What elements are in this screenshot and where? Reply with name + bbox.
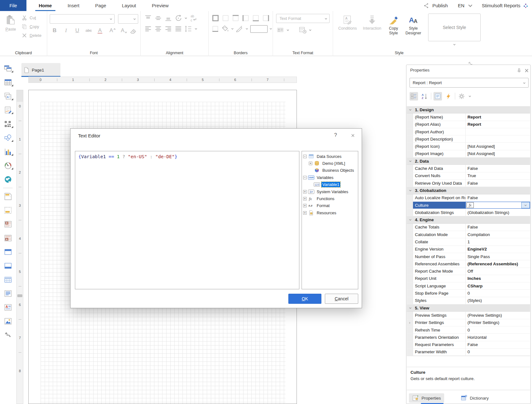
interaction-button[interactable]: Interaction [359,14,385,31]
font-size-combobox[interactable] [118,14,138,24]
justify-icon[interactable] [174,25,183,33]
page-tab[interactable]: Page1 [21,63,60,77]
expand-icon[interactable]: + [303,197,307,200]
paste-button[interactable]: Paste [3,14,18,38]
property-report-author[interactable]: (Report Author) [407,128,530,136]
copy-button[interactable]: Copy [21,24,42,30]
chevron-down-icon[interactable] [453,43,456,46]
format-condition-icon[interactable] [276,26,285,34]
report-summary-band-tool[interactable]: A [2,234,14,242]
expand-icon[interactable]: + [309,162,312,165]
property-request-parameters[interactable]: Request ParametersFalse [407,341,530,349]
font-color-button[interactable]: A [95,26,105,35]
close-button[interactable] [349,132,356,139]
page-header-band-tool[interactable] [2,193,14,200]
expand-icon[interactable]: + [303,211,307,215]
vertical-ruler[interactable]: 012345678 [16,90,23,404]
format-datetime-icon[interactable] [298,26,307,34]
property-convert-nulls[interactable]: Convert NullsTrue [407,172,530,180]
property-report-description[interactable]: (Report Description) [407,136,530,143]
section-5-view[interactable]: 5. View [407,304,530,312]
property-cache-totals[interactable]: Cache TotalsFalse [407,224,530,231]
panel-tab-dictionary[interactable]: Dictionary [457,393,492,403]
chevron-down-icon[interactable] [269,27,273,31]
property-value[interactable]: fx [466,202,530,209]
cut-button[interactable]: Cut [21,15,42,21]
property-auto-localize-report-on-run[interactable]: Auto Localize Report on RunFalse [407,194,530,202]
property-culture[interactable]: Culturefx [407,202,530,209]
border-all-icon[interactable] [211,14,220,22]
section-1-design[interactable]: 1. Design [407,106,530,113]
clear-format-icon[interactable] [129,26,138,35]
property-report-name[interactable]: (Report Name)Report [407,113,530,121]
data-band-tool[interactable] [2,276,14,284]
property-list-button[interactable] [433,92,442,101]
header-band-tool[interactable] [2,248,14,256]
chevron-down-icon[interactable] [467,3,473,9]
tree-item-variables[interactable]: −VARVariables [302,174,358,181]
expression-editor[interactable]: {Variable1 == 1 ? "en-US" : "de-DE"} [75,151,299,289]
section-2-data[interactable]: 2. Data [407,158,530,165]
bold-button[interactable]: B [50,26,59,35]
report-title-band-tool[interactable]: A [2,220,14,228]
border-left-icon[interactable] [241,14,250,22]
copy-style-button[interactable]: Copy Style [385,14,402,36]
help-button[interactable]: ? [332,132,339,138]
property-parameters-orientation[interactable]: Parameters OrientationHorizontal [407,334,530,341]
grow-font-button[interactable]: A [106,26,116,35]
ruler-handle[interactable] [17,294,22,297]
image-band-tool[interactable] [2,317,14,325]
rotate-text-icon[interactable] [174,14,183,22]
property-refresh-time[interactable]: Refresh Time0 [407,326,530,334]
footer-band-tool[interactable] [2,262,14,270]
events-button[interactable] [444,92,453,101]
property-parameter-width[interactable]: Parameter Width0 [407,349,530,356]
property-number-of-pass[interactable]: Number of PassSingle Pass [407,253,530,260]
property-engine-version[interactable]: Engine VersionEngineV2 [407,246,530,253]
property-referenced-assemblies[interactable]: Referenced Assemblies(Referenced Assembl… [407,260,530,268]
text-format-combobox[interactable]: Text Format [276,14,330,23]
chevron-down-icon[interactable] [231,27,234,31]
pin-icon[interactable] [517,68,522,73]
underline-button[interactable]: U [72,26,82,35]
property-report-icon[interactable]: (Report Icon)[Not Assigned] [407,143,530,150]
tools-tool[interactable] [2,331,14,339]
share-icon[interactable] [423,3,429,9]
align-bottom-icon[interactable] [164,14,173,22]
file-menu-button[interactable]: File [0,0,26,11]
shrink-font-button[interactable]: A [118,26,127,35]
publish-button[interactable]: Publish [432,3,448,8]
border-right-icon[interactable] [262,14,270,22]
collapse-icon[interactable]: − [303,155,307,158]
chevron-down-icon[interactable] [286,28,290,32]
chart-tool[interactable] [2,148,14,156]
text-tool[interactable]: A [2,92,14,100]
border-style-selector[interactable] [250,25,268,33]
settings-button[interactable] [457,92,466,101]
align-center-icon[interactable] [154,25,162,33]
delete-button[interactable]: Delete [21,32,42,38]
sort-alphabetical-button[interactable]: AZ [420,92,429,101]
property-report-unit[interactable]: Report UnitInches [407,275,530,282]
categorized-view-button[interactable] [410,92,418,101]
property-globalization-strings[interactable]: Globalization Strings(Globalization Stri… [407,209,530,216]
property-styles[interactable]: Styles(Styles) [407,297,530,304]
strikethrough-button[interactable]: abc [84,26,93,35]
tree-item-variable1[interactable]: 123Variable1 [302,181,358,188]
signature-tool[interactable] [2,106,14,114]
tree-item-system-variables[interactable]: +Σ#System Variables [302,188,358,195]
horizontal-ruler[interactable]: 01234567 [28,77,297,83]
property-stop-before-page[interactable]: Stop Before Page0 [407,290,530,297]
border-color-icon[interactable] [235,25,244,33]
border-top-icon[interactable] [231,14,240,22]
expand-icon[interactable]: + [303,190,307,193]
fill-color-icon[interactable] [221,25,229,33]
tree-item-business-objects[interactable]: Business Objects [302,167,358,174]
chevron-down-icon[interactable] [245,27,249,31]
property-report-image[interactable]: (Report Image)[Not Assigned] [407,150,530,158]
property-report-alias[interactable]: (Report Alias)Report [407,121,530,128]
align-top-icon[interactable] [144,14,152,22]
section-4-engine[interactable]: 4. Engine [407,216,530,223]
conditions-button[interactable]: A Conditions [336,14,359,31]
table-tool[interactable] [2,78,14,86]
